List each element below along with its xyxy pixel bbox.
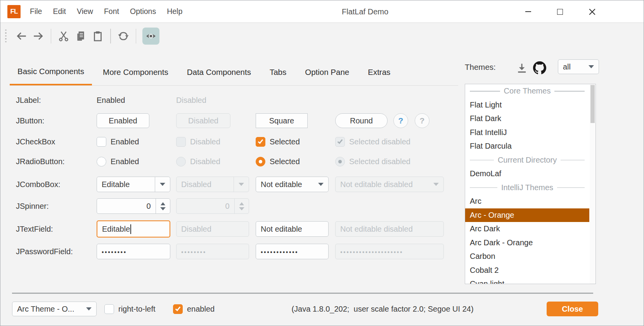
theme-item-demolaf[interactable]: DemoLaf [465, 167, 589, 181]
textfield-not-editable[interactable]: Not editable [256, 221, 329, 237]
passwordfield-disabled: •••••••• [176, 244, 249, 259]
tab-option-pane[interactable]: Option Pane [297, 59, 357, 85]
textfield-editable-focused[interactable]: Editable [97, 220, 170, 238]
theme-item-arc-dark[interactable]: Arc Dark [465, 222, 589, 236]
theme-item-carbon[interactable]: Carbon [465, 250, 589, 264]
jbutton-round[interactable]: Round [335, 113, 388, 128]
spinner-enabled[interactable]: 0 [97, 198, 170, 214]
refresh-icon [118, 30, 129, 42]
theme-selector-combobox[interactable]: Arc Theme - O... [12, 302, 97, 316]
checkbox-selected[interactable]: Selected [256, 137, 300, 147]
tab-basic-components[interactable]: Basic Components [10, 59, 92, 85]
theme-item-cobalt-2[interactable]: Cobalt 2 [465, 264, 589, 277]
menu-help[interactable]: Help [161, 0, 188, 23]
github-icon [533, 61, 546, 75]
spinner-down-icon [239, 207, 244, 210]
jlabel-disabled: Disabled [176, 96, 206, 105]
checkbox-box-checked [335, 137, 345, 147]
app-logo: FL [7, 5, 21, 18]
jbutton-disabled: Disabled [176, 113, 230, 128]
enabled-checkbox[interactable]: enabled [173, 302, 215, 316]
checkbox-box [97, 137, 106, 147]
jlabel-enabled: Enabled [97, 96, 125, 105]
theme-item-arc-orange-selected[interactable]: Arc - Orange [465, 208, 589, 222]
checkmark-icon [338, 138, 343, 144]
themes-list[interactable]: Core Themes Flat Light Flat Dark Flat In… [465, 84, 596, 284]
copy-icon [75, 30, 87, 42]
theme-item-arc-dark-orange[interactable]: Arc Dark - Orange [465, 236, 589, 250]
toolbar-grip[interactable] [5, 29, 7, 43]
download-icon [516, 62, 528, 74]
theme-group-separator: Core Themes [465, 84, 589, 98]
radio-selected[interactable]: Selected [256, 157, 300, 166]
close-button[interactable]: Close [547, 302, 598, 316]
window-title: FlatLaf Demo [342, 0, 388, 23]
textfield-not-editable-disabled: Not editable disabled [335, 221, 444, 237]
minimize-button[interactable] [517, 0, 539, 23]
toolbar-separator [110, 29, 111, 43]
theme-item-flat-light[interactable]: Flat Light [465, 98, 589, 112]
checkbox-enabled[interactable]: Enabled [97, 137, 139, 147]
menu-view[interactable]: View [71, 0, 99, 23]
combobox-editable[interactable]: Editable [97, 177, 170, 192]
spinner-buttons[interactable] [156, 202, 170, 210]
right-to-left-checkbox[interactable]: right-to-left [104, 302, 156, 316]
maximize-button[interactable] [549, 0, 571, 23]
chevron-down-icon [584, 65, 599, 68]
checkbox-box [104, 304, 114, 314]
theme-item-arc[interactable]: Arc [465, 194, 589, 208]
row-jradiobutton: JRadioButton: Enabled Disabled Selected … [16, 156, 460, 167]
theme-item-cyan-light[interactable]: Cyan light [465, 277, 589, 284]
tab-data-components[interactable]: Data Components [179, 59, 259, 85]
radio-dot [259, 160, 262, 163]
forward-arrow-icon [33, 30, 44, 42]
copy-button[interactable] [72, 28, 89, 45]
theme-item-flat-dark[interactable]: Flat Dark [465, 112, 589, 126]
jlabel-row-label: JLabel: [16, 96, 41, 105]
forward-button[interactable] [30, 28, 47, 45]
combobox-not-editable-disabled: Not editable disabled [335, 177, 444, 192]
jbutton-help-blue[interactable]: ? [393, 113, 408, 128]
passwordfield-not-editable[interactable]: •••••••••••• [256, 244, 329, 259]
tab-extras[interactable]: Extras [360, 59, 398, 85]
combobox-not-editable[interactable]: Not editable [256, 177, 329, 192]
back-button[interactable] [13, 28, 30, 45]
passwordfield-enabled[interactable]: •••••••• [97, 244, 170, 259]
radio-circle [176, 157, 186, 166]
spinner-buttons [235, 202, 249, 210]
themes-scrollbar-thumb[interactable] [590, 85, 595, 123]
jbutton-help-gray[interactable]: ? [415, 113, 429, 128]
jbutton-enabled[interactable]: Enabled [97, 113, 149, 128]
theme-selector-value: Arc Theme - O... [12, 305, 81, 314]
cut-button[interactable] [55, 28, 72, 45]
menu-options[interactable]: Options [125, 0, 161, 23]
radio-circle-checked [335, 157, 345, 166]
menu-font[interactable]: Font [99, 0, 125, 23]
theme-item-flat-intellij[interactable]: Flat IntelliJ [465, 126, 589, 140]
scissors-icon [58, 30, 69, 42]
theme-filter-combobox[interactable]: all [558, 59, 599, 74]
menu-edit[interactable]: Edit [47, 0, 71, 23]
jbutton-square[interactable]: Square [256, 113, 308, 128]
chevron-down-icon [155, 183, 170, 186]
chevron-down-icon [81, 307, 96, 310]
github-link[interactable] [533, 61, 547, 75]
checkmark-icon [258, 138, 263, 144]
status-text: (Java 1.8.0_202; user scale factor 2.0; … [233, 302, 532, 316]
titlebar: FL File Edit View Font Options Help Flat… [0, 0, 644, 23]
theme-item-flat-darcula[interactable]: Flat Darcula [465, 139, 589, 153]
download-themes-button[interactable] [515, 61, 529, 75]
refresh-button[interactable] [115, 28, 132, 45]
themes-scrollbar[interactable] [590, 84, 596, 284]
tab-tabs[interactable]: Tabs [262, 59, 294, 85]
bottom-separator [12, 293, 593, 294]
chevron-down-icon [313, 183, 328, 186]
checkbox-selected-disabled: Selected disabled [335, 137, 410, 147]
passwordfield-not-editable-disabled: •••••••••••••••••••• [335, 244, 444, 259]
radio-enabled[interactable]: Enabled [97, 157, 139, 166]
close-window-button[interactable] [581, 0, 603, 23]
paste-button[interactable] [89, 28, 106, 45]
menu-file[interactable]: File [24, 0, 47, 23]
eye-toggle-button[interactable] [142, 28, 159, 45]
tab-more-components[interactable]: More Components [95, 59, 176, 85]
